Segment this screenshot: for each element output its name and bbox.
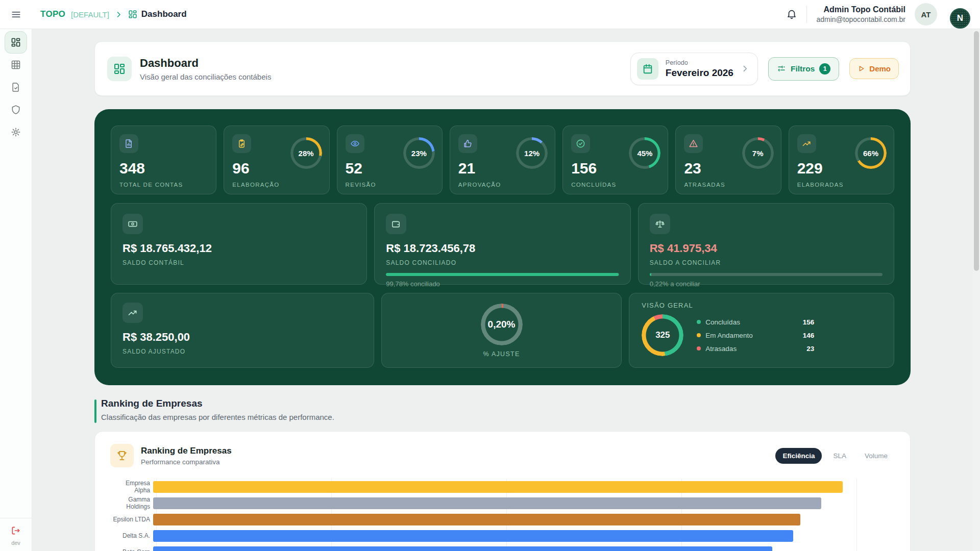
menu-toggle-button[interactable] (0, 10, 32, 19)
bar-zone (153, 497, 892, 509)
ajuste-gauge-card: 0,20% % AJUSTE (381, 293, 622, 368)
logout-icon[interactable] (11, 525, 21, 536)
bar-category-label: Delta S.A. (110, 532, 153, 539)
scales-icon (650, 214, 670, 234)
stat-card-elaboracao: 28%96ELABORAÇÃO (224, 126, 329, 194)
sidebar-item-security[interactable] (5, 98, 27, 121)
legend-item-em-andamento: Em Andamento146 (697, 330, 814, 340)
stat-card-elaboradas: 66%229ELABORADAS (789, 126, 894, 194)
adjusted-balance-value: R$ 38.250,00 (122, 331, 362, 344)
bar (153, 514, 800, 525)
chart-row-delta-s-a: Delta S.A. (110, 528, 895, 544)
progress-ring: 45% (629, 137, 660, 169)
trending-up-icon (122, 303, 143, 323)
trophy-icon (116, 449, 128, 462)
check-circle-icon (571, 134, 590, 153)
tab-eficiencia[interactable]: Eficiência (775, 448, 822, 464)
period-selector[interactable]: Período Fevereiro 2026 (630, 53, 758, 85)
ring-percent: 28% (299, 149, 314, 158)
chart-row-beta-corp: Beta Corp (110, 544, 895, 551)
ajuste-gauge-label: % AJUSTE (483, 350, 520, 358)
chart-row-gamma-holdings: Gamma Holdings (110, 495, 895, 511)
ring-percent: 45% (637, 149, 652, 158)
breadcrumb-app-link[interactable]: TOPO (40, 9, 65, 19)
play-icon (857, 65, 865, 72)
topbar: TOPO [DEFAULT] Dashboard Admin Topo Cont… (0, 0, 980, 29)
bar-zone (153, 514, 892, 525)
progress-fill (650, 273, 651, 276)
filters-label: Filtros (791, 64, 815, 73)
shield-icon (11, 105, 21, 115)
progress-track (650, 273, 883, 276)
overview-total: 325 (655, 330, 670, 340)
demo-button[interactable]: Demo (849, 58, 899, 79)
nextjs-dev-badge[interactable]: N (950, 8, 970, 29)
bar-zone (153, 546, 892, 551)
progress-track (386, 273, 619, 276)
bar-zone (153, 481, 892, 493)
sidebar-item-documents[interactable] (5, 76, 27, 98)
progress-fill (386, 273, 618, 276)
legend-item-atrasadas: Atrasadas23 (697, 343, 814, 354)
progress-text: 99,78% conciliado (386, 280, 619, 288)
legend-label: Concluídas (705, 318, 802, 326)
adjusted-balance-label: SALDO AJUSTADO (122, 348, 362, 355)
balance-label: SALDO CONTÁBIL (122, 259, 355, 266)
ranking-tabs: EficiênciaSLAVolume (775, 448, 895, 464)
page-title: Dashboard (140, 57, 271, 70)
balance-label: SALDO CONCILIADO (386, 259, 619, 266)
trophy-icon-tile (110, 444, 134, 467)
bar (153, 497, 821, 509)
balance-cards-row: R$ 18.765.432,12SALDO CONTÁBILR$ 18.723.… (111, 194, 894, 285)
environment-label: dev (11, 540, 20, 546)
ring-percent: 23% (411, 149, 427, 158)
hamburger-icon (11, 10, 21, 19)
stat-label: ELABORADAS (797, 182, 886, 188)
ranking-section-header: Ranking de Empresas Classificação das em… (94, 398, 334, 421)
ajuste-gauge-value: 0,20% (488, 319, 516, 330)
sidebar-item-settings[interactable] (5, 121, 27, 143)
user-name: Admin Topo Contábil (816, 5, 905, 14)
period-label: Período (666, 59, 733, 66)
avatar[interactable]: AT (915, 3, 937, 26)
overview-legend: Concluídas156Em Andamento146Atrasadas23 (697, 317, 814, 354)
sliders-icon (777, 64, 786, 73)
chart-row-empresa-alpha: Empresa Alpha (110, 479, 895, 495)
stat-label: ATRASADAS (684, 182, 772, 188)
legend-item-concluidas: Concluídas156 (697, 317, 814, 327)
filters-button[interactable]: Filtros 1 (768, 57, 839, 81)
tab-volume[interactable]: Volume (857, 448, 895, 464)
ajuste-gauge-ring: 0,20% (481, 304, 523, 345)
page-header-card: Dashboard Visão geral das conciliações c… (94, 41, 911, 96)
sidebar-item-table[interactable] (5, 54, 27, 76)
tab-sla[interactable]: SLA (826, 448, 853, 464)
user-info: Admin Topo Contábil admin@topocontabil.c… (816, 5, 905, 23)
stats-panel: 348TOTAL DE CONTAS28%96ELABORAÇÃO23%52RE… (94, 109, 911, 385)
progress-ring: 7% (742, 137, 774, 169)
notifications-bell-icon[interactable] (786, 9, 797, 20)
calendar-icon-tile (637, 58, 658, 80)
ranking-card: Ranking de Empresas Performance comparat… (94, 431, 911, 551)
calendar-icon (642, 63, 653, 74)
ring-percent: 12% (524, 149, 540, 158)
section-subtitle: Classificação das empresas por diferente… (101, 413, 334, 421)
balance-value: R$ 18.723.456,78 (386, 242, 619, 255)
ring-percent: 66% (863, 149, 878, 158)
stat-value: 348 (119, 160, 208, 177)
document-check-icon (11, 82, 21, 92)
page-icon-tile (107, 57, 132, 81)
dashboard-icon (11, 37, 21, 47)
period-value: Fevereiro 2026 (666, 67, 733, 79)
ranking-card-title: Ranking de Empresas (141, 446, 232, 456)
clipboard-edit-icon (232, 134, 251, 153)
progress-ring: 23% (403, 137, 435, 169)
ring-percent: 7% (752, 149, 764, 158)
sidebar-item-dashboard[interactable] (5, 31, 27, 54)
adjusted-balance-card: R$ 38.250,00 SALDO AJUSTADO (111, 293, 374, 368)
stat-label: TOTAL DE CONTAS (119, 182, 208, 188)
scrollbar-thumb[interactable] (974, 31, 979, 271)
thumbs-up-icon (458, 134, 477, 153)
topbar-right: Admin Topo Contábil admin@topocontabil.c… (786, 3, 937, 26)
stat-card-total-de-contas: 348TOTAL DE CONTAS (111, 126, 216, 194)
page-scrollbar (973, 29, 980, 551)
